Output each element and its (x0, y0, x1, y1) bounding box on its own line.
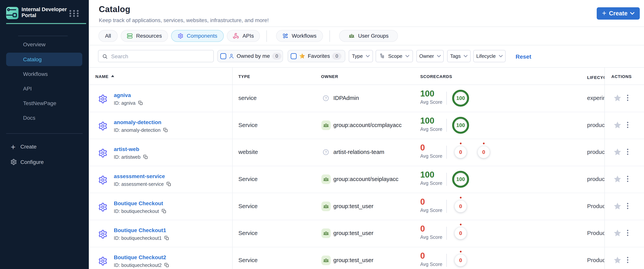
svg-text:?: ? (325, 96, 327, 100)
svg-text:?: ? (325, 150, 327, 154)
